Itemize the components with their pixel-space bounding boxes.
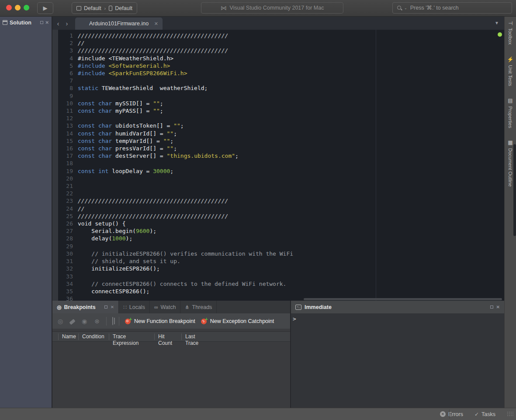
line-number[interactable]: 7 [52,77,78,84]
tab-watch[interactable]: ∞Watch [150,301,181,313]
tab-label: Arduino101Firmware.ino [89,21,149,27]
new-breakpoint-icon[interactable]: ◎ [57,318,64,325]
solution-close-icon[interactable]: ✕ [45,21,49,25]
global-search: ⌄ [392,2,512,14]
line-number[interactable]: 33 [52,273,78,280]
edit-breakpoint-icon[interactable] [69,317,75,325]
line-number[interactable]: 13 [52,122,78,129]
document-outline-icon: ▦ [507,139,513,146]
dock-tab-toolbox[interactable]: ⊤Toolbox [507,21,513,45]
configuration-dropdown[interactable]: Default [76,5,101,11]
line-number[interactable]: 14 [52,130,78,137]
columns-options-icon[interactable] [112,317,113,325]
tasks-button[interactable]: ✓ Tasks [474,411,495,417]
dock-tab-document-outline[interactable]: ▦Document Outline [507,139,513,187]
tab-locals[interactable]: ∷Locals [119,301,150,313]
code-line: 5#include <SoftwareSerial.h> [52,62,504,69]
traffic-close-button[interactable] [6,5,12,10]
line-number[interactable]: 24 [52,205,78,212]
tab-breakpoints[interactable]: ◎Breakpoints✕ [52,301,119,313]
checkmark-icon: ✓ [474,411,479,417]
line-number[interactable]: 3 [52,47,78,54]
line-number[interactable]: 5 [52,62,78,69]
code-line: 35 connectESP8266(); [52,288,504,295]
line-number[interactable]: 6 [52,69,78,77]
nav-back-button[interactable]: ‹ [54,18,62,28]
line-number[interactable]: 17 [52,152,78,160]
horizontal-scrollbar-thumb[interactable] [304,298,502,300]
line-number[interactable]: 9 [52,92,78,100]
immediate-pin-icon[interactable] [490,305,493,309]
line-number[interactable]: 16 [52,145,78,152]
line-number[interactable]: 10 [52,100,78,107]
line-number[interactable]: 30 [52,250,78,257]
traffic-zoom-button[interactable] [24,5,29,10]
solution-panel: Solution ✕ [0,17,52,408]
disable-all-breakpoints-icon[interactable]: ◉ [81,318,88,325]
line-number[interactable]: 22 [52,190,78,197]
dock-tab-unit-tests[interactable]: ⚡Unit Tests [507,56,513,86]
new-function-breakpoint-button[interactable]: + New Function Breakpoint [125,318,195,324]
immediate-console[interactable]: > [291,313,504,322]
line-number[interactable]: 32 [52,265,78,272]
errors-button[interactable]: ✕ Errors [440,411,463,417]
dock-tab-properties[interactable]: ▤Properties [507,97,513,128]
immediate-close-icon[interactable]: ✕ [496,305,500,309]
tab-threads[interactable]: ⋔Threads [180,301,217,313]
line-number[interactable]: 36 [52,295,78,301]
line-number[interactable]: 34 [52,280,78,288]
visual-studio-logo-icon: ⋈ [221,4,227,11]
terminal-icon: >_ [295,305,301,310]
line-number[interactable]: 15 [52,137,78,145]
solution-pin-icon[interactable] [40,21,43,25]
tab-list-dropdown-icon[interactable]: ▼ [495,21,499,25]
nav-forward-button[interactable]: › [63,18,71,28]
toolbox-icon: ⊤ [507,21,513,25]
column-header-hit-count[interactable]: Hit Count [155,333,182,340]
line-number[interactable]: 11 [52,107,78,115]
line-number[interactable]: 4 [52,55,78,62]
line-number[interactable]: 31 [52,257,78,265]
line-number[interactable]: 35 [52,288,78,295]
line-number[interactable]: 21 [52,182,78,190]
traffic-minimize-button[interactable] [15,5,21,10]
column-header-condition[interactable]: Condition [79,333,109,340]
line-number[interactable]: 8 [52,84,78,92]
line-number[interactable]: 12 [52,115,78,122]
column-header-name[interactable]: Name [59,333,79,340]
line-number[interactable]: 25 [52,212,78,220]
line-number[interactable]: 23 [52,197,78,205]
search-input[interactable] [410,5,508,11]
panel-pin-icon[interactable] [104,305,107,309]
line-number[interactable]: 26 [52,220,78,227]
panel-close-icon[interactable]: ✕ [111,305,114,309]
code-line: 33 [52,273,504,280]
window-scrollbar-thumb[interactable] [513,144,516,236]
column-header-last-trace[interactable]: Last Trace [182,333,212,340]
line-number[interactable]: 28 [52,235,78,242]
run-button[interactable]: ▶ [37,2,53,14]
device-label: Default [115,5,132,11]
line-number[interactable]: 18 [52,160,78,167]
line-number[interactable]: 2 [52,39,78,47]
line-number[interactable]: 20 [52,175,78,182]
function-breakpoint-icon: + [125,318,132,324]
line-number[interactable]: 29 [52,243,78,250]
app-window: ▶ Default › Default ⋈ Visual Studio Comm… [0,0,516,420]
code-line: 6#include <SparkFunESP8266WiFi.h> [52,69,504,77]
tab-close-icon[interactable]: ✕ [154,21,158,27]
locals-icon: ∷ [123,304,127,310]
line-number[interactable]: 19 [52,167,78,175]
remove-all-breakpoints-icon[interactable]: ⊗ [94,318,100,325]
code-line: 34 // connectESP8266() connects to the d… [52,280,504,288]
breakpoints-panel: ◎Breakpoints✕∷Locals∞Watch⋔Threads ◎ ◉ ⊗… [52,301,290,408]
new-exception-catchpoint-button[interactable]: ϟ+ New Exception Catchpoint [201,318,274,324]
device-dropdown[interactable]: Default [109,5,132,11]
line-number[interactable]: 1 [52,32,78,39]
solution-tree[interactable] [0,28,52,408]
resize-grip[interactable] [507,411,514,417]
code-editor[interactable]: 1///////////////////////////////////////… [52,30,504,301]
column-header-trace-expression[interactable]: Trace Expression [109,333,155,340]
line-number[interactable]: 27 [52,227,78,235]
tab-arduino101firmware[interactable]: Arduino101Firmware.ino ✕ [75,17,163,30]
